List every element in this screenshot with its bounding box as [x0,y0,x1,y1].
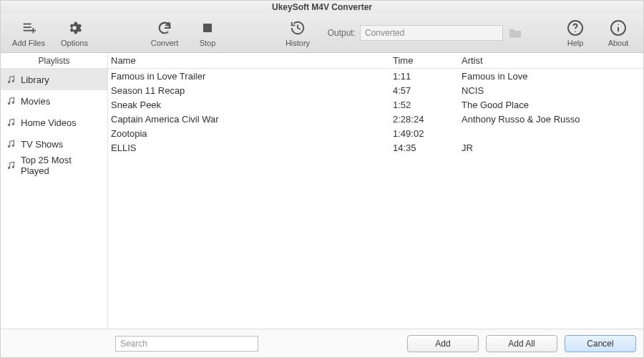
main-panel: Name Time Artist Famous in Love Trailer1… [108,53,643,329]
history-icon [290,19,306,37]
svg-point-13 [12,80,14,82]
app-title: UkeySoft M4V Converter [272,2,372,12]
track-name: Sneak Peek [108,100,393,110]
output-path-field[interactable]: Converted [360,25,503,41]
body: Playlists LibraryMoviesHome VideosTV Sho… [1,53,643,329]
column-name[interactable]: Name [108,55,393,66]
track-name: Season 11 Recap [108,85,393,96]
svg-point-18 [8,145,9,147]
stop-icon [201,19,214,37]
history-button[interactable]: History [278,15,317,51]
browse-folder-button[interactable] [507,25,523,41]
sidebar-item-label: TV Shows [21,139,63,150]
track-artist: Famous in Love [462,71,643,82]
help-button[interactable]: Help [556,15,595,51]
track-artist: Anthony Russo & Joe Russo [462,114,643,125]
track-row[interactable]: Captain America Civil War2:28:24Anthony … [108,112,643,126]
svg-point-21 [12,166,14,168]
svg-point-17 [12,123,14,125]
stop-label: Stop [200,39,216,47]
column-time[interactable]: Time [393,55,462,66]
track-artist: NCIS [462,85,643,96]
cancel-button[interactable]: Cancel [565,335,636,352]
track-artist: JR [462,142,643,153]
stop-button[interactable]: Stop [188,15,227,51]
column-headers: Name Time Artist [108,53,643,69]
info-icon [610,19,627,37]
sidebar-header: Playlists [1,53,107,69]
track-row[interactable]: Sneak Peek1:52The Good Place [108,97,643,112]
output-group: Output: Converted [328,25,523,41]
track-name: Captain America Civil War [108,114,393,125]
convert-label: Convert [151,39,179,47]
output-label: Output: [328,28,356,38]
sidebar-item-top-25-most-played[interactable]: Top 25 Most Played [1,155,107,176]
title-bar: UkeySoft M4V Converter [1,1,643,14]
options-button[interactable]: Options [55,15,94,51]
playlist-icon [6,139,16,149]
add-files-icon [21,19,36,37]
add-button[interactable]: Add [407,335,479,352]
track-row[interactable]: Famous in Love Trailer1:11Famous in Love [108,69,643,83]
footer: Add Add All Cancel [1,329,643,357]
track-time: 1:49:02 [393,128,462,139]
add-files-label: Add Files [12,39,45,47]
playlist-icon [6,96,16,106]
track-row[interactable]: Season 11 Recap4:57NCIS [108,83,643,97]
sidebar-item-label: Home Videos [21,117,77,128]
track-artist: The Good Place [462,100,643,110]
about-button[interactable]: About [599,15,638,51]
toolbar: Add Files Options Convert [1,14,643,53]
svg-rect-6 [203,24,212,32]
sidebar-item-movies[interactable]: Movies [1,90,107,112]
help-label: Help [567,39,584,47]
sidebar-item-label: Top 25 Most Played [21,155,102,176]
track-row[interactable]: ELLIS14:35JR [108,140,643,155]
sidebar-list: LibraryMoviesHome VideosTV ShowsTop 25 M… [1,69,107,176]
sidebar: Playlists LibraryMoviesHome VideosTV Sho… [1,53,108,329]
sidebar-item-home-videos[interactable]: Home Videos [1,112,107,133]
add-files-button[interactable]: Add Files [6,15,51,51]
svg-point-5 [72,26,77,30]
playlist-icon [6,117,16,127]
column-artist[interactable]: Artist [462,55,643,66]
svg-point-12 [8,81,9,82]
track-time: 2:28:24 [393,114,462,125]
svg-point-19 [12,145,14,146]
playlist-icon [6,160,16,170]
output-path-value: Converted [365,28,404,38]
sidebar-item-library[interactable]: Library [1,69,107,90]
track-name: Famous in Love Trailer [108,71,393,82]
track-list: Famous in Love Trailer1:11Famous in Love… [108,69,643,329]
track-name: ELLIS [108,142,393,153]
svg-point-15 [12,102,14,103]
add-all-button[interactable]: Add All [486,335,557,352]
track-name: Zootopia [108,128,393,139]
svg-point-14 [8,102,9,104]
svg-point-11 [618,24,619,26]
search-input[interactable] [115,336,258,352]
svg-point-16 [8,124,9,125]
sidebar-item-label: Movies [21,96,50,107]
sidebar-item-label: Library [21,74,49,85]
about-label: About [608,39,629,47]
svg-point-20 [8,167,9,168]
track-time: 4:57 [393,85,462,96]
convert-button[interactable]: Convert [145,15,184,51]
track-time: 1:52 [393,100,462,110]
help-icon [567,19,584,37]
options-label: Options [61,39,88,47]
playlist-icon [6,74,16,84]
app-window: UkeySoft M4V Converter Add Files Options [0,0,644,358]
refresh-icon [157,19,172,37]
history-label: History [286,39,310,47]
svg-point-8 [575,31,576,32]
track-time: 1:11 [393,71,462,82]
track-time: 14:35 [393,142,462,153]
gear-icon [67,19,82,37]
track-row[interactable]: Zootopia1:49:02 [108,126,643,140]
sidebar-item-tv-shows[interactable]: TV Shows [1,133,107,155]
